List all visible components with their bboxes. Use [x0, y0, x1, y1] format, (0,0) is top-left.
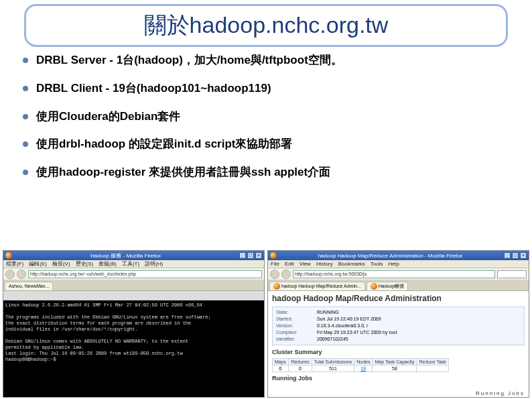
minimize-icon[interactable]: _	[239, 252, 246, 259]
bullet-icon	[23, 141, 28, 147]
info-key: Version:	[276, 323, 313, 329]
list-item: DRBL Server - 1台(hadoop)，加大/home與/tftpbo…	[23, 52, 509, 68]
address-bar[interactable]: http://hadoop.nchc.org.tw/~och/web_doc/i…	[28, 270, 262, 278]
browser-window-left: Hadoop 服務 - Mozilla Firefox _ □ × 檔案(F) …	[3, 250, 265, 398]
info-val: RUNNING	[317, 309, 339, 316]
firefox-icon	[5, 252, 12, 259]
col-header: Map Task Capacity	[373, 359, 417, 365]
window-title: hadoop Hadoop Map/Reduce Administration …	[318, 253, 463, 259]
search-input[interactable]	[497, 270, 527, 278]
toolbar: http://hadoop.nchc.org.tw:50030/jo	[268, 268, 529, 280]
cell	[417, 365, 448, 372]
info-key: Started:	[276, 316, 313, 323]
page-title: hadoop Hadoop Map/Reduce Administration	[268, 291, 529, 304]
cluster-summary-table: Maps Reduces Total Submissions Nodes Map…	[272, 358, 449, 372]
firefox-icon	[270, 252, 277, 259]
menu-item[interactable]: 工具(T)	[122, 260, 139, 268]
window-controls: _ □ ×	[504, 252, 527, 259]
cell: 0	[273, 365, 289, 372]
info-val: 0.18.3-4.cloudera0.3.0, r	[317, 323, 368, 329]
info-val: 200907102245	[317, 336, 348, 343]
window-titlebar: hadoop Hadoop Map/Reduce Administration …	[268, 251, 529, 260]
browser-tab[interactable]: hadoop Hadoop Map/Reduce Admin...	[269, 282, 365, 290]
col-header: Reduce Task	[417, 359, 448, 365]
info-box: State:RUNNING Started:Sun Jul 19 22:40:1…	[272, 306, 525, 345]
window-controls: _ □ ×	[239, 252, 262, 259]
page-content: hadoop Hadoop Map/Reduce Administration …	[268, 291, 529, 397]
tab-bar: hadoop Hadoop Map/Reduce Admin... Hadoop…	[268, 280, 529, 291]
forward-icon[interactable]	[17, 270, 26, 279]
menu-item[interactable]: 歷史(S)	[76, 260, 94, 268]
menu-item[interactable]: Help	[388, 261, 399, 267]
screenshots-row: Hadoop 服務 - Mozilla Firefox _ □ × 檔案(F) …	[3, 250, 529, 398]
bullet-list: DRBL Server - 1台(hadoop)，加大/home與/tftpbo…	[23, 52, 509, 180]
bullet-icon	[23, 86, 28, 91]
browser-tab[interactable]: Hadoop帳號	[367, 282, 409, 290]
col-header: Maps	[273, 359, 289, 365]
toolbar: http://hadoop.nchc.org.tw/~och/web_doc/i…	[3, 268, 264, 280]
bullet-text: DRBL Server - 1台(hadoop)，加大/home與/tftpbo…	[36, 52, 342, 68]
menu-item[interactable]: 編輯(E)	[29, 260, 47, 268]
bullet-icon	[23, 58, 28, 63]
window-title: Hadoop 服務 - Mozilla Firefox	[90, 252, 161, 260]
section-heading: Running Jobs	[268, 374, 529, 383]
cell: 58	[373, 365, 417, 372]
info-val: Fri May 29 19:23:47 UTC 2009 by root	[317, 329, 397, 336]
menu-item[interactable]: 說明(H)	[145, 260, 163, 268]
terminal-applet[interactable]: Linux hadoop 2.6.26-2-amd64 #1 SMP Fri M…	[3, 300, 264, 397]
close-icon[interactable]: ×	[255, 252, 262, 259]
cell: 511	[312, 365, 354, 372]
table-row: 0 0 511 19 58	[273, 365, 449, 372]
menu-item[interactable]: Tools	[371, 261, 383, 267]
info-key: State:	[276, 309, 313, 316]
maximize-icon[interactable]: □	[247, 252, 254, 259]
section-heading: Cluster Summary	[268, 347, 529, 357]
minimize-icon[interactable]: _	[504, 252, 511, 259]
list-item: 使用hadoop-register 來提供使用者註冊與ssh applet介面	[23, 164, 509, 180]
sub-toolbar	[3, 291, 264, 300]
back-icon[interactable]	[270, 270, 279, 279]
table-row: Maps Reduces Total Submissions Nodes Map…	[273, 359, 449, 365]
bullet-text: 使用Cloudera的Debian套件	[36, 109, 180, 125]
col-header: Total Submissions	[312, 359, 354, 365]
window-titlebar: Hadoop 服務 - Mozilla Firefox _ □ ×	[3, 251, 264, 260]
menu-item[interactable]: File	[271, 261, 279, 267]
menu-item[interactable]: History	[316, 261, 333, 267]
slide-title-box: 關於hadoop.nchc.org.tw	[24, 4, 508, 47]
menu-item[interactable]: 檢視(V)	[52, 260, 70, 268]
bullet-text: 使用hadoop-register 來提供使用者註冊與ssh applet介面	[36, 164, 330, 180]
menubar: 檔案(F) 編輯(E) 檢視(V) 歷史(S) 書籤(B) 工具(T) 說明(H…	[3, 260, 264, 268]
firefox-icon	[273, 283, 280, 290]
forward-icon[interactable]	[281, 270, 291, 279]
info-key: Identifier:	[276, 336, 313, 343]
menu-item[interactable]: 檔案(F)	[6, 260, 23, 268]
menu-item[interactable]: 書籤(B)	[98, 260, 117, 268]
back-icon[interactable]	[5, 270, 15, 279]
info-val: Sun Jul 19 22:40:19 EDT 2009	[317, 316, 381, 323]
firefox-icon	[371, 283, 377, 290]
menubar: File Edit View History Bookmarks Tools H…	[268, 260, 529, 268]
menu-item[interactable]: View	[300, 261, 311, 267]
cell: 0	[289, 365, 312, 372]
bullet-text: DRBL Client - 19台(hadoop101~hadoop119)	[36, 80, 271, 97]
info-key: Compiled:	[276, 329, 313, 336]
cell[interactable]: 19	[354, 365, 373, 372]
address-bar[interactable]: http://hadoop.nchc.org.tw:50030/jo	[293, 270, 495, 278]
browser-window-right: hadoop Hadoop Map/Reduce Administration …	[267, 250, 529, 398]
list-item: DRBL Client - 19台(hadoop101~hadoop119)	[23, 80, 509, 97]
list-item: 使用drbl-hadoop 的設定跟init.d script來協助部署	[23, 136, 509, 152]
col-header: Nodes	[354, 359, 373, 365]
bookmark-item[interactable]: Ashoo, NewsMax...	[5, 282, 53, 290]
menu-item[interactable]: Bookmarks	[338, 261, 365, 267]
list-item: 使用Cloudera的Debian套件	[23, 109, 509, 125]
bullet-icon	[23, 170, 28, 175]
col-header: Reduces	[289, 359, 312, 365]
maximize-icon[interactable]: □	[512, 252, 519, 259]
slide-title: 關於hadoop.nchc.org.tw	[144, 12, 389, 38]
bullet-icon	[23, 114, 28, 119]
close-icon[interactable]: ×	[520, 252, 527, 259]
statusbar-text: Running Jobs	[476, 390, 525, 396]
menu-item[interactable]: Edit	[285, 261, 294, 267]
bookmarks-bar: Ashoo, NewsMax...	[3, 280, 264, 291]
bullet-text: 使用drbl-hadoop 的設定跟init.d script來協助部署	[36, 136, 292, 152]
